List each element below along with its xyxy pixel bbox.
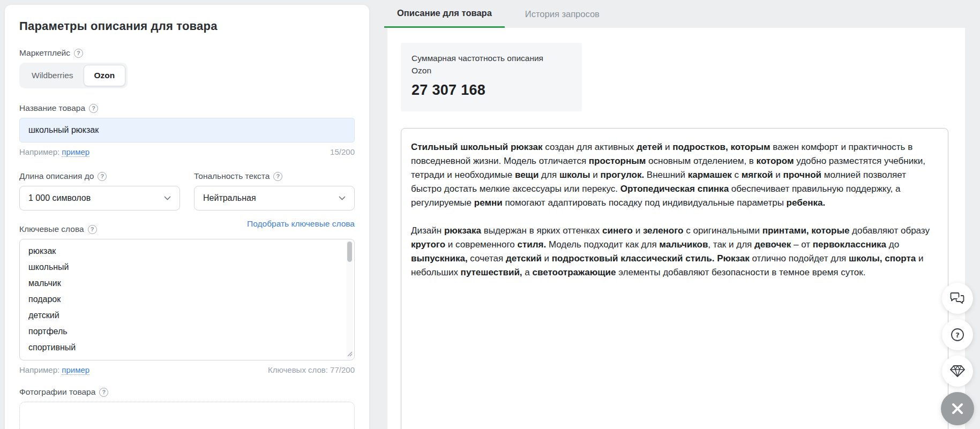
pick-keywords-link[interactable]: Подобрать ключевые слова — [247, 219, 355, 229]
marketplace-label: Маркетплейс — [19, 48, 70, 58]
tone-select[interactable]: Нейтральная — [194, 186, 355, 210]
tone-help-icon[interactable] — [273, 172, 282, 181]
close-button[interactable] — [941, 392, 974, 425]
frequency-summary-card: Суммарная частотность описания Ozon 27 3… — [401, 43, 582, 111]
length-label: Длина описания до — [19, 171, 94, 181]
keywords-hint-row: Например: пример Ключевых слов: 77/200 — [19, 365, 355, 374]
premium-button[interactable] — [942, 356, 973, 387]
photos-upload-area[interactable] — [19, 402, 355, 429]
keywords-label: Ключевые слова — [19, 224, 84, 234]
frequency-summary-title: Суммарная частотность описания Ozon — [412, 52, 571, 77]
diamond-icon — [949, 364, 966, 378]
product-name-label-row: Название товара — [19, 103, 355, 113]
length-help-icon[interactable] — [98, 172, 107, 181]
photos-label: Фотографии товара — [19, 387, 95, 397]
length-select[interactable]: 1 000 символов — [19, 186, 180, 210]
keywords-scrollbar-thumb[interactable] — [347, 242, 352, 262]
photos-label-row: Фотографии товара — [19, 387, 355, 397]
product-name-help-icon[interactable] — [89, 104, 98, 113]
product-name-hint-row: Например: пример 15/200 — [19, 147, 355, 156]
close-icon — [951, 402, 964, 416]
tab-history[interactable]: История запросов — [512, 0, 612, 28]
chevron-down-icon — [339, 196, 346, 200]
product-name-counter: 15/200 — [330, 147, 355, 156]
tone-label-row: Тональность текста — [194, 171, 355, 181]
keywords-textarea[interactable]: рюкзакшкольныймальчикподарокдетскийпортф… — [19, 239, 355, 360]
chat-icon — [950, 291, 965, 305]
help-button[interactable]: ? — [942, 319, 973, 350]
description-content: Стильный школьный рюкзак создан для акти… — [411, 140, 938, 280]
tone-select-value: Нейтральная — [203, 193, 256, 203]
result-panel: Суммарная частотность описания Ozon 27 3… — [387, 28, 965, 429]
page-title: Параметры описания для товара — [19, 19, 355, 33]
marketplace-help-icon[interactable] — [74, 49, 83, 58]
keywords-hint: Например: пример — [19, 365, 89, 374]
keywords-textarea-content[interactable]: рюкзакшкольныймальчикподарокдетскийпортф… — [28, 243, 342, 356]
parameters-panel: Параметры описания для товара Маркетплей… — [5, 5, 369, 429]
length-select-value: 1 000 символов — [28, 193, 91, 203]
chat-button[interactable] — [942, 283, 973, 314]
chevron-down-icon — [164, 196, 171, 200]
photos-help-icon[interactable] — [99, 388, 108, 397]
product-name-example-link[interactable]: пример — [62, 147, 89, 157]
result-tabs: Описание для товара История запросов — [384, 0, 612, 28]
svg-text:?: ? — [955, 331, 960, 339]
keywords-example-link[interactable]: пример — [62, 365, 89, 375]
question-icon: ? — [950, 327, 965, 342]
marketplace-option-wildberries[interactable]: Wildberries — [21, 65, 84, 86]
marketplace-toggle: Wildberries Ozon — [19, 63, 128, 88]
resize-handle-icon[interactable] — [347, 349, 353, 359]
keywords-counter: Ключевых слов: 77/200 — [268, 365, 355, 374]
keywords-scrollbar[interactable] — [346, 240, 353, 359]
tab-description[interactable]: Описание для товара — [384, 0, 505, 28]
description-textarea[interactable]: Стильный школьный рюкзак создан для акти… — [401, 128, 948, 429]
keywords-help-icon[interactable] — [88, 225, 97, 234]
marketplace-label-row: Маркетплейс — [19, 48, 355, 58]
product-name-hint: Например: пример — [19, 147, 89, 156]
product-name-input[interactable] — [19, 118, 355, 142]
marketplace-option-ozon[interactable]: Ozon — [84, 65, 126, 86]
tone-label: Тональность текста — [194, 171, 270, 181]
frequency-summary-value: 27 307 168 — [412, 82, 571, 99]
product-name-label: Название товара — [19, 103, 85, 113]
length-label-row: Длина описания до — [19, 171, 180, 181]
